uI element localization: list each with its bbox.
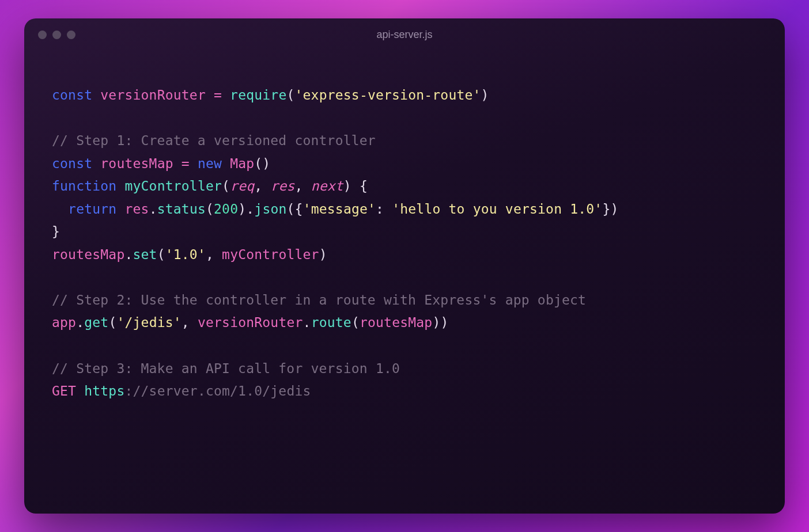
code-line: // Step 2: Use the controller in a route…	[52, 292, 586, 307]
code-window: api-server.js const versionRouter = requ…	[24, 18, 785, 514]
code-line: // Step 1: Create a versioned controller	[52, 133, 376, 148]
traffic-lights	[38, 31, 75, 39]
code-line: }	[52, 224, 60, 239]
close-icon[interactable]	[38, 31, 47, 39]
code-line: routesMap.set('1.0', myController)	[52, 247, 327, 262]
code-line: const routesMap = new Map()	[52, 156, 270, 171]
window-titlebar: api-server.js	[24, 18, 785, 51]
code-line: return res.status(200).json({'message': …	[52, 202, 619, 216]
minimize-icon[interactable]	[52, 31, 61, 39]
code-line: function myController(req, res, next) {	[52, 178, 368, 193]
code-line: app.get('/jedis', versionRouter.route(ro…	[52, 315, 449, 330]
code-line: GET https://server.com/1.0/jedis	[52, 383, 311, 398]
maximize-icon[interactable]	[67, 31, 75, 39]
window-title: api-server.js	[376, 29, 432, 41]
code-line: const versionRouter = require('express-v…	[52, 88, 489, 102]
code-editor[interactable]: const versionRouter = require('express-v…	[24, 51, 785, 514]
code-line: // Step 3: Make an API call for version …	[52, 361, 400, 376]
